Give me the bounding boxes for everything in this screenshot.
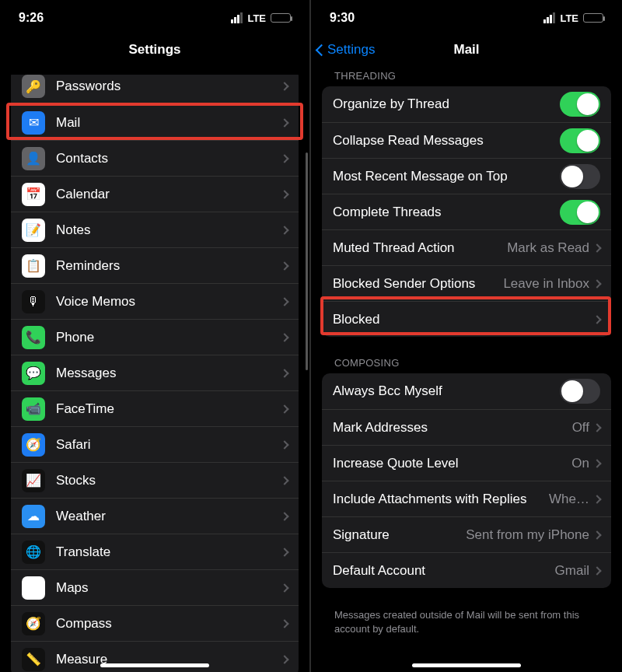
settings-row-notes[interactable]: 📝Notes [11,212,299,247]
chevron-right-icon [592,566,601,575]
row-label: Translate [56,544,281,560]
chevron-right-icon [280,512,288,520]
row-include-attachments-with-replies[interactable]: Include Attachments with RepliesWhe… [322,481,611,516]
settings-row-facetime[interactable]: 📹FaceTime [11,390,299,426]
signal-icon [543,12,555,23]
chevron-right-icon [280,369,288,377]
chevron-right-icon [280,404,288,413]
chevron-right-icon [592,530,601,539]
row-label: Organize by Thread [333,96,560,112]
settings-row-contacts[interactable]: 👤Contacts [11,140,299,176]
row-label: Collapse Read Messages [333,133,560,149]
facetime-icon: 📹 [22,397,45,421]
chevron-right-icon [280,154,288,163]
mail-settings-list[interactable]: THREADING Organize by ThreadCollapse Rea… [311,70,622,672]
row-label: Always Bcc Myself [333,383,560,399]
row-increase-quote-level[interactable]: Increase Quote LevelOn [322,445,611,481]
chevron-left-icon [316,44,328,56]
settings-row-stocks[interactable]: 📈Stocks [11,462,299,498]
status-bar: 9:26 LTE [0,0,309,30]
row-label: Mail [56,115,281,131]
chevron-right-icon [280,440,288,449]
nav-bar: Settings [0,33,309,67]
row-label: Calendar [56,187,281,202]
row-complete-threads[interactable]: Complete Threads [322,194,611,229]
chevron-right-icon [280,118,288,127]
row-most-recent-message-on-top[interactable]: Most Recent Message on Top [322,158,611,194]
row-collapse-read-messages[interactable]: Collapse Read Messages [322,122,611,158]
settings-row-measure[interactable]: 📏Measure [11,641,299,672]
status-time: 9:30 [330,11,355,25]
settings-row-compass[interactable]: 🧭Compass [11,605,299,641]
settings-row-maps[interactable]: 🗺Maps [11,569,299,605]
settings-row-messages[interactable]: 💬Messages [11,355,299,390]
toggle-switch[interactable] [560,379,600,404]
settings-row-calendar[interactable]: 📅Calendar [11,176,299,212]
stocks-icon: 📈 [22,469,45,492]
row-label: Most Recent Message on Top [333,169,560,184]
chevron-right-icon [592,243,601,252]
row-mark-addresses[interactable]: Mark AddressesOff [322,409,611,445]
settings-row-passwords[interactable]: 🔑Passwords [11,75,299,104]
row-organize-by-thread[interactable]: Organize by Thread [322,86,611,122]
row-label: FaceTime [56,401,281,417]
chevron-right-icon [592,495,601,503]
chevron-right-icon [592,315,601,324]
home-indicator [412,663,521,667]
row-label: Contacts [56,151,281,166]
row-label: Reminders [56,258,281,274]
toggle-switch[interactable] [560,164,600,189]
phone-icon: 📞 [22,326,45,349]
status-bar: 9:30 LTE [311,0,622,30]
row-label: Mark Addresses [333,420,572,436]
safari-icon: 🧭 [22,433,45,457]
row-blocked[interactable]: Blocked [322,301,611,337]
row-signature[interactable]: SignatureSent from my iPhone [322,516,611,552]
settings-row-phone[interactable]: 📞Phone [11,319,299,355]
compass-icon: 🧭 [22,612,45,635]
maps-icon: 🗺 [22,576,45,600]
row-detail: Sent from my iPhone [466,527,589,543]
weather-icon: ☁ [22,505,45,528]
status-carrier: LTE [560,12,578,24]
row-label: Blocked [333,312,594,327]
row-label: Voice Memos [56,294,281,310]
row-default-account[interactable]: Default AccountGmail [322,552,611,588]
home-indicator [100,663,209,667]
row-label: Include Attachments with Replies [333,492,549,507]
toggle-switch[interactable] [560,92,600,117]
toggle-switch[interactable] [560,128,600,153]
settings-row-reminders[interactable]: 📋Reminders [11,247,299,283]
row-label: Weather [56,509,281,524]
settings-row-weather[interactable]: ☁Weather [11,498,299,534]
settings-row-translate[interactable]: 🌐Translate [11,534,299,569]
chevron-right-icon [592,279,601,288]
section-header-composing: COMPOSING [311,352,622,373]
chevron-right-icon [280,619,288,628]
chevron-right-icon [592,423,601,432]
notes-icon: 📝 [22,219,45,242]
row-label: Signature [333,527,466,543]
row-always-bcc-myself[interactable]: Always Bcc Myself [322,373,611,409]
row-blocked-sender-options[interactable]: Blocked Sender OptionsLeave in Inbox [322,265,611,301]
battery-icon [583,13,603,23]
settings-row-mail[interactable]: ✉Mail [11,104,299,140]
messages-icon: 💬 [22,362,45,385]
row-label: Default Account [333,563,555,579]
settings-row-voice-memos[interactable]: 🎙Voice Memos [11,283,299,319]
mail-settings-screen: 9:30 LTE Settings Mail THREADING Organiz… [311,0,622,672]
settings-row-safari[interactable]: 🧭Safari [11,426,299,462]
toggle-switch[interactable] [560,200,600,225]
voice-memos-icon: 🎙 [22,290,45,313]
calendar-icon: 📅 [22,183,45,206]
back-button[interactable]: Settings [317,42,375,58]
row-label: Complete Threads [333,205,560,220]
nav-bar: Settings Mail [311,33,622,67]
row-label: Maps [56,580,281,596]
row-label: Phone [56,330,281,345]
row-detail: Whe… [549,492,589,507]
row-label: Increase Quote Level [333,456,571,471]
row-muted-thread-action[interactable]: Muted Thread ActionMark as Read [322,229,611,265]
settings-list[interactable]: 🔑Passwords✉Mail👤Contacts📅Calendar📝Notes📋… [0,75,309,672]
row-label: Muted Thread Action [333,240,507,256]
